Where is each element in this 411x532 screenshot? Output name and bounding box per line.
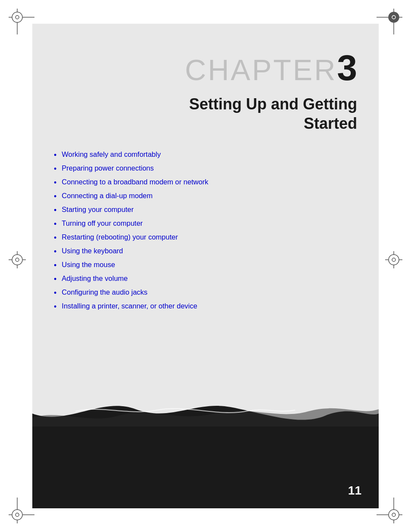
list-item: •Configuring the audio jacks [54, 288, 357, 298]
side-mark-right [385, 251, 402, 270]
bullet-dot-icon: • [54, 192, 56, 201]
bullet-dot-icon: • [54, 233, 56, 243]
list-item: •Installing a printer, scanner, or other… [54, 302, 357, 311]
bullet-dot-icon: • [54, 151, 56, 160]
list-item: •Starting your computer [54, 205, 357, 215]
chapter-label: CHAPTER [185, 53, 337, 86]
svg-point-0 [12, 12, 22, 22]
wave-decoration [32, 392, 379, 426]
list-item: •Connecting to a broadband modem or netw… [54, 178, 357, 187]
bullet-dot-icon: • [54, 247, 56, 256]
svg-point-30 [389, 255, 399, 265]
corner-mark-br [377, 498, 402, 523]
toc-link[interactable]: Turning off your computer [62, 219, 143, 227]
bullet-dot-icon: • [54, 302, 56, 311]
svg-point-13 [16, 513, 19, 516]
chapter-title-line1: Setting Up and Getting [189, 95, 357, 113]
toc-link[interactable]: Using the keyboard [62, 247, 123, 255]
svg-point-19 [392, 513, 395, 516]
svg-point-6 [389, 12, 399, 22]
toc-link[interactable]: Preparing power connections [62, 164, 154, 172]
bullet-dot-icon: • [54, 261, 56, 270]
toc-link[interactable]: Using the mouse [62, 261, 115, 269]
list-item: •Using the mouse [54, 261, 357, 270]
wave-background [32, 424, 379, 508]
corner-mark-bl [9, 498, 34, 523]
list-item: •Adjusting the volume [54, 274, 357, 284]
bullet-dot-icon: • [54, 289, 56, 298]
page-content: CHAPTER3 Setting Up and Getting Started … [32, 24, 379, 508]
bullet-dot-icon: • [54, 206, 56, 215]
svg-point-31 [392, 258, 395, 261]
list-item: •Using the keyboard [54, 247, 357, 256]
chapter-title: Setting Up and Getting Started [189, 94, 357, 133]
chapter-title-line2: Started [304, 115, 357, 132]
page-number: 11 [348, 484, 361, 498]
svg-point-1 [16, 16, 19, 19]
bottom-section: 11 [32, 409, 379, 508]
toc-link[interactable]: Restarting (rebooting) your computer [62, 233, 178, 241]
list-item: •Turning off your computer [54, 219, 357, 229]
corner-mark-tr [377, 9, 402, 34]
bullet-dot-icon: • [54, 178, 56, 187]
toc-link[interactable]: Starting your computer [62, 205, 134, 214]
chapter-heading: CHAPTER3 [54, 50, 357, 86]
corner-mark-tl [9, 9, 34, 34]
list-item: •Connecting a dial-up modem [54, 192, 357, 201]
svg-point-18 [389, 510, 399, 520]
page: CHAPTER3 Setting Up and Getting Started … [0, 0, 411, 532]
toc-link[interactable]: Connecting a dial-up modem [62, 192, 153, 200]
top-section: CHAPTER3 Setting Up and Getting Started … [32, 24, 379, 409]
toc-link[interactable]: Configuring the audio jacks [62, 288, 147, 296]
svg-point-12 [12, 510, 22, 520]
chapter-number: 3 [337, 47, 357, 88]
toc-link[interactable]: Installing a printer, scanner, or other … [62, 302, 197, 310]
list-item: •Working safely and comfortably [54, 150, 357, 160]
list-item: •Preparing power connections [54, 164, 357, 174]
bullet-dot-icon: • [54, 275, 56, 284]
bullet-dot-icon: • [54, 220, 56, 229]
list-item: •Restarting (rebooting) your computer [54, 233, 357, 243]
svg-point-25 [16, 258, 19, 261]
svg-point-24 [12, 255, 22, 265]
toc-link[interactable]: Working safely and comfortably [62, 150, 161, 159]
side-mark-left [9, 251, 26, 270]
bullet-dot-icon: • [54, 165, 56, 174]
toc-link[interactable]: Adjusting the volume [62, 274, 128, 283]
toc-link[interactable]: Connecting to a broadband modem or netwo… [62, 178, 208, 186]
toc-list: •Working safely and comfortably•Preparin… [54, 150, 357, 316]
